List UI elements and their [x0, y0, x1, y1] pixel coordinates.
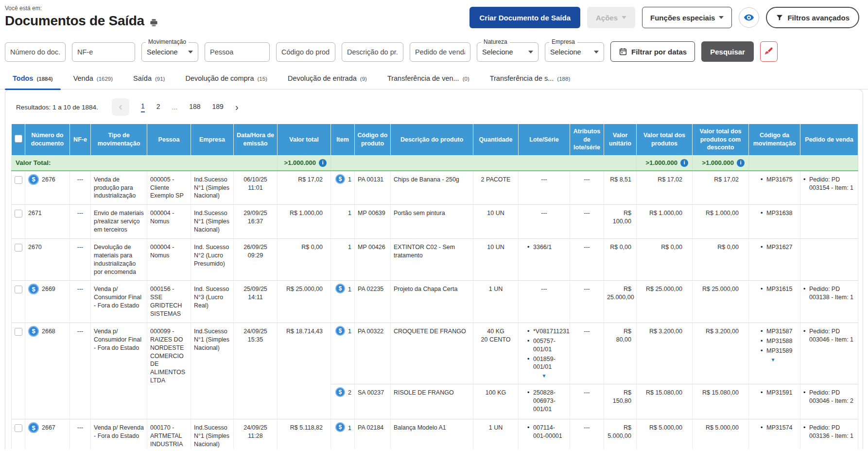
page-button-1[interactable]: 1 [141, 102, 145, 112]
sales-order-cell: Pedido: PD 003046 - Item: 2 [800, 384, 858, 419]
chevron-down-icon [188, 51, 193, 54]
tab-todos[interactable]: Todos(1884) [5, 73, 61, 89]
lot-item: 001859-001/01 [527, 355, 567, 372]
doc-number: 2676 [42, 176, 55, 184]
lot-serial-cell: 007114-001-00001 [519, 419, 570, 449]
doc-number-cell: $2668 [25, 323, 70, 419]
tab-devolucao-de-compra[interactable]: Devolução de compra(15) [177, 73, 275, 89]
pagination: ‹12...188189› [112, 98, 239, 116]
create-document-button[interactable]: Criar Documento de Saída [469, 7, 580, 28]
movement-type-cell: Venda p/ Consumidor Final - Fora do Esta… [91, 281, 147, 323]
page-button-188[interactable]: 188 [189, 103, 200, 112]
sales-order-cell: Pedido: PD 003046 - Item: 1 [800, 323, 858, 384]
natureza-select[interactable]: Natureza Selecione [477, 42, 538, 62]
totals-row: Valor Total:>1.000.000i>1.000.000i>1.000… [12, 155, 858, 171]
movement-item: MP31587 [761, 327, 797, 336]
empresa-select[interactable]: Empresa Selecione [545, 42, 604, 62]
column-header-valor-total-dos-produtos: Valor total dos produtos [637, 124, 693, 156]
lot-item: 250828-006973-001/01 [527, 389, 567, 414]
movement-item: MP31588 [761, 337, 797, 345]
previous-page-button[interactable]: ‹ [112, 98, 129, 116]
sales-order-input[interactable] [410, 42, 470, 62]
money-icon: $ [335, 174, 345, 184]
quantity-cell: 100 KG [473, 384, 519, 419]
column-header-valor-unitario: Valor unitário [604, 124, 637, 156]
print-icon[interactable] [149, 18, 158, 27]
doc-total-value-cell: R$ 25.000,00 [278, 281, 331, 323]
row-checkbox[interactable] [15, 424, 22, 432]
row-checkbox[interactable] [15, 286, 22, 293]
lot-item: 007114-001-00001 [527, 424, 567, 440]
chevron-down-icon [594, 51, 599, 54]
table-row: $2668---Venda p/ Consumidor Final - Fora… [12, 323, 858, 384]
doc-total-value-cell: R$ 18.714,43 [278, 323, 331, 419]
empresa-label: Empresa [549, 38, 577, 45]
product-code-input[interactable] [276, 42, 335, 62]
row-checkbox[interactable] [15, 244, 22, 252]
checkbox-cell [12, 419, 25, 449]
doc-number-cell: $2667 [25, 419, 70, 449]
sales-order-item: Pedido: PD 003046 - Item: 1 [803, 327, 855, 344]
search-button[interactable]: Pesquisar [701, 41, 754, 62]
row-checkbox[interactable] [15, 176, 22, 184]
next-page-button[interactable]: › [235, 102, 239, 113]
tab-transferencia-de-ven[interactable]: Transferência de ven...(0) [380, 73, 477, 89]
lot-attributes-cell: --- [570, 323, 604, 384]
filter-by-dates-button[interactable]: Filtrar por datas [610, 41, 695, 62]
movement-item: MP31589 [761, 347, 797, 355]
column-header-empresa: Empresa [191, 124, 234, 156]
info-icon[interactable]: i [680, 159, 688, 167]
item-number: 2 [348, 389, 351, 397]
item-number: 1 [348, 209, 351, 217]
advanced-filters-button[interactable]: Filtros avançados [766, 7, 859, 28]
actions-label: Ações [596, 14, 618, 22]
nfe-input[interactable] [72, 42, 135, 62]
actions-button[interactable]: Ações [587, 7, 635, 28]
page-button-189[interactable]: 189 [212, 103, 224, 112]
visibility-button[interactable] [739, 7, 759, 28]
doc-number: 2668 [42, 327, 55, 336]
tab-venda[interactable]: Venda(1629) [66, 73, 121, 89]
movimentacao-select[interactable]: Movimentação Selecione [141, 42, 198, 62]
unit-value-cell: R$ 5.000,00 [604, 419, 637, 449]
column-header-item: Item [331, 124, 355, 156]
doc-total-value-cell: R$ 0,00 [278, 238, 331, 281]
product-code-cell: PA 02235 [355, 281, 391, 323]
lot-serial-cell: *V081711231005757-001/01001859-001/01▼ [519, 323, 570, 384]
money-icon: $ [335, 284, 345, 293]
info-icon[interactable]: i [737, 159, 745, 167]
row-checkbox[interactable] [15, 328, 22, 336]
products-total-discount-cell: R$ 3.200,00 [693, 323, 749, 384]
tab-transferencia-de-s[interactable]: Transferência de s...(188) [482, 73, 578, 89]
doc-number-input[interactable] [5, 42, 66, 62]
tab-saida[interactable]: Saída(91) [125, 73, 173, 89]
doc-total-value-cell: R$ 5.118,82 [278, 419, 331, 449]
page-button-2[interactable]: 2 [156, 103, 160, 112]
doc-total-value-cell: R$ 17,02 [278, 171, 331, 205]
empresa-cell: Ind.Sucesso N°1 (Simples Nacional) [191, 419, 234, 449]
special-functions-button[interactable]: Funções especiais [642, 7, 732, 28]
money-icon: $ [335, 387, 345, 397]
movimentacao-label: Movimentação [146, 38, 189, 45]
checkbox-cell [12, 323, 25, 419]
natureza-value: Selecione [482, 48, 513, 56]
page: Você está em: Documentos de Saída Criar … [0, 0, 868, 449]
expand-lots-icon[interactable]: ▼ [521, 373, 567, 379]
column-header-atributos-de-lote-serie: Atributos de lote/série [570, 124, 604, 156]
pessoa-input[interactable] [205, 42, 270, 62]
empresa-cell: Ind. Sucesso N°3 (Lucro Real) [191, 281, 234, 323]
nfe-cell: --- [70, 205, 91, 239]
select-all-checkbox[interactable] [15, 135, 22, 143]
item-cell: 1 [331, 238, 355, 281]
expand-movements-icon[interactable]: ▼ [761, 357, 797, 363]
product-description-input[interactable] [342, 42, 403, 62]
products-total-discount-cell: R$ 1.000,00 [693, 205, 749, 239]
chevron-down-icon [528, 51, 533, 54]
tab-devolucao-de-entrada[interactable]: Devolução de entrada(9) [280, 73, 375, 89]
clear-filters-button[interactable] [760, 41, 778, 62]
info-icon[interactable]: i [319, 159, 327, 167]
column-header-valor-total: Valor total [278, 124, 331, 156]
tab-label: Devolução de compra [185, 74, 254, 82]
item-cell: $2 [331, 384, 355, 419]
row-checkbox[interactable] [15, 210, 22, 217]
